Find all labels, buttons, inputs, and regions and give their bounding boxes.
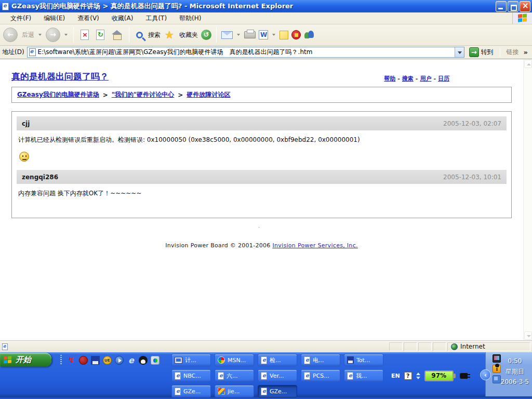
ie-page-icon <box>347 372 353 380</box>
window-title: GZeasy我们的电脑硬件讲场 > 真的是机器出问题了吗? - Microsof… <box>11 2 495 11</box>
ie-page-icon <box>261 356 267 364</box>
media-player-icon[interactable] <box>115 356 124 365</box>
colorful-app-icon <box>218 388 225 395</box>
ie-page-icon <box>175 388 181 395</box>
menu-tools[interactable]: 工具(T) <box>139 12 173 24</box>
language-indicator[interactable]: EN <box>391 373 400 379</box>
home-button[interactable] <box>112 30 122 39</box>
taskbar-button[interactable]: 检... <box>258 354 297 366</box>
red-disc-app-icon[interactable] <box>79 356 88 365</box>
messenger-icon[interactable] <box>304 30 314 39</box>
ie-toolbar: 后退 搜索 ★ 收藏夹 <box>0 24 532 46</box>
links-chevron-icon[interactable]: » <box>524 48 528 56</box>
post-header: zengqi286 2005-12-03, 10:01 <box>17 170 507 184</box>
back-button[interactable] <box>3 28 18 42</box>
red-app-icon[interactable] <box>291 30 301 39</box>
task-row: NBC... 六... Ver... PCS... 我... <box>171 369 392 382</box>
edit-dropdown-icon[interactable] <box>272 34 275 36</box>
collapse-chevron-button[interactable] <box>480 369 491 380</box>
taskbar-button[interactable]: PCS... <box>301 369 340 382</box>
taskbar-button[interactable]: 六... <box>215 369 254 382</box>
page-scrollbar[interactable] <box>523 59 532 340</box>
taskbar-button[interactable]: GZe... <box>171 385 211 397</box>
scroll-down-button[interactable] <box>524 331 532 340</box>
mail-dropdown-icon[interactable] <box>237 34 240 36</box>
menu-file[interactable]: 文件(F) <box>4 12 37 24</box>
address-dropdown-button[interactable] <box>455 47 464 57</box>
search-label: 搜索 <box>148 31 161 39</box>
taskbar-button[interactable]: 计... <box>171 354 211 366</box>
ie-page-icon <box>175 372 181 380</box>
my-computer-icon <box>175 357 182 364</box>
taskbar-button[interactable]: Ver... <box>258 369 297 382</box>
topic-title-link[interactable]: 真的是机器出问题了吗？ <box>11 71 109 83</box>
favorites-star-icon[interactable]: ★ <box>165 30 174 40</box>
board-footer: Invision Power Board © 2001-2006 Invisio… <box>0 242 523 249</box>
battery-indicator[interactable]: 97% <box>424 370 454 381</box>
nav-separator: - <box>433 75 436 82</box>
print-icon[interactable] <box>244 31 256 38</box>
nav-help-link[interactable]: 帮助 <box>384 75 395 82</box>
clock-weekday: 星期日 <box>506 368 524 375</box>
notes-icon[interactable] <box>280 31 288 39</box>
search-icon[interactable] <box>136 32 143 38</box>
taskbar-button[interactable]: Tot... <box>344 354 383 366</box>
edit-with-word-icon[interactable] <box>259 30 268 39</box>
mail-icon[interactable] <box>221 31 233 39</box>
page-icon <box>29 48 36 56</box>
links-label[interactable]: 链接 <box>507 48 519 57</box>
taskbar-button[interactable]: 我... <box>344 369 383 382</box>
msn-icon <box>218 356 225 364</box>
post-timestamp: 2005-12-03, 02:07 <box>443 120 501 127</box>
nav-calendar-link[interactable]: 日历 <box>438 75 449 82</box>
taskbar-button-active[interactable]: GZe... <box>258 385 297 397</box>
footer-vendor-link[interactable]: Invision Power Services, Inc. <box>272 242 357 249</box>
internet-explorer-icon[interactable] <box>127 356 136 365</box>
ie-page-icon <box>304 372 310 380</box>
nav-separator: - <box>397 75 400 82</box>
start-button[interactable]: 开始 <box>0 353 51 367</box>
total-commander-icon[interactable] <box>91 356 100 365</box>
address-bar: 地址(D) → 转到 链接 » <box>0 46 532 59</box>
menu-help[interactable]: 帮助(H) <box>173 12 207 24</box>
stop-button[interactable] <box>81 30 89 40</box>
toolbar-separator <box>73 27 74 43</box>
post-body: 内存兼容问题 换下内存就OK了！~~~~~~ <box>17 184 507 198</box>
address-input[interactable] <box>38 49 455 56</box>
close-button[interactable] <box>520 1 530 12</box>
go-button[interactable]: → 转到 <box>467 47 496 57</box>
clock[interactable]: 0:50 星期日 2006-3-5 <box>499 356 530 387</box>
ultraedit-icon[interactable] <box>103 356 112 365</box>
breadcrumb-forum-link[interactable]: GZeasy我们的电脑硬件讲场 <box>17 90 99 99</box>
refresh-button[interactable] <box>96 30 104 40</box>
status-cell <box>404 342 417 351</box>
scroll-up-button[interactable] <box>524 60 532 68</box>
taskbar-button[interactable]: 电... <box>301 354 340 366</box>
language-bar-arrows-icon[interactable] <box>416 373 420 379</box>
taskbar-button[interactable]: MSN... <box>215 354 254 366</box>
taskbar-button[interactable]: NBC... <box>171 369 211 382</box>
history-icon[interactable] <box>201 30 211 40</box>
minimize-button[interactable] <box>496 1 507 12</box>
address-field[interactable] <box>27 47 464 58</box>
qq-icon[interactable] <box>139 356 148 365</box>
forward-button[interactable] <box>46 28 60 42</box>
status-main-panel <box>2 342 388 352</box>
windows-messenger-icon[interactable] <box>151 356 159 365</box>
menu-edit[interactable]: 编辑(E) <box>37 12 71 24</box>
restore-button[interactable] <box>508 1 518 12</box>
nav-search-link[interactable]: 搜索 <box>402 75 414 82</box>
nav-members-link[interactable]: 用户 <box>420 75 431 82</box>
post-gap <box>17 162 507 170</box>
taskbar-button[interactable]: jie... <box>215 385 254 397</box>
flashget-icon[interactable] <box>67 356 76 365</box>
breadcrumb-category-link[interactable]: "我们的"硬件讨论中心 <box>112 90 175 99</box>
go-arrow-icon: → <box>469 47 479 57</box>
post-body: 计算机已经从检测错误后重新启动。检测错误: 0x10000050 (0xe38c… <box>17 130 507 162</box>
menu-view[interactable]: 查看(V) <box>71 12 105 24</box>
menu-favorites[interactable]: 收藏(A) <box>105 12 140 24</box>
back-dropdown-icon[interactable] <box>38 34 42 36</box>
forward-dropdown-icon[interactable] <box>64 34 68 36</box>
ime-keyboard-icon[interactable]: ? <box>404 372 412 380</box>
breadcrumb-board-link[interactable]: 硬件故障讨论区 <box>187 90 230 99</box>
